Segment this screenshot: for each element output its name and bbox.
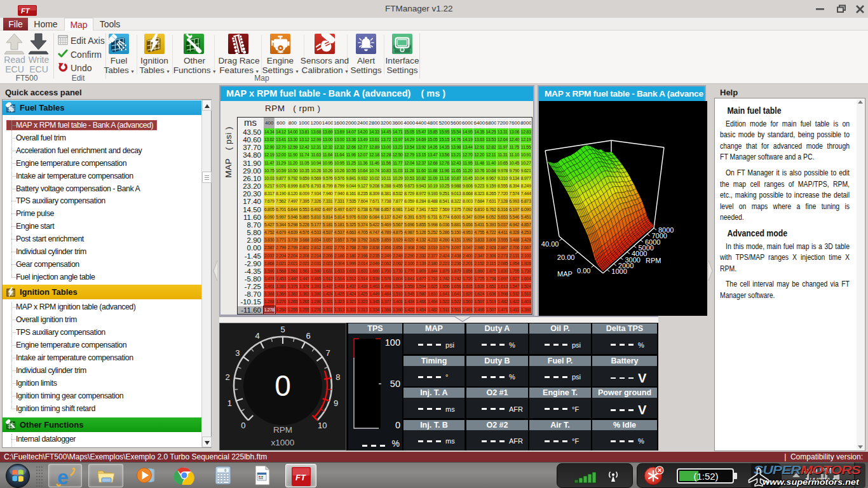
svg-text:7: 7 xyxy=(326,348,330,358)
svg-text:RPM: RPM xyxy=(273,425,292,435)
svg-text:40.00: 40.00 xyxy=(541,240,559,248)
svg-text:8: 8 xyxy=(336,372,340,382)
svg-text:2: 2 xyxy=(225,372,229,382)
svg-text:FT: FT xyxy=(21,7,31,15)
svg-text:x1000: x1000 xyxy=(271,438,295,447)
svg-text:0: 0 xyxy=(275,369,291,402)
svg-text:3: 3 xyxy=(235,348,240,358)
svg-text:8000: 8000 xyxy=(658,226,674,234)
svg-text:4: 4 xyxy=(255,331,259,341)
svg-text:20.00: 20.00 xyxy=(557,254,575,261)
svg-text:0: 0 xyxy=(224,468,226,472)
svg-text:6: 6 xyxy=(306,331,310,341)
svg-text:0.00: 0.00 xyxy=(577,267,590,274)
svg-text:e: e xyxy=(57,466,69,488)
svg-text:1: 1 xyxy=(227,398,232,408)
svg-text:(1:52): (1:52) xyxy=(693,471,718,482)
svg-text:MAP: MAP xyxy=(557,270,573,278)
svg-text:5: 5 xyxy=(280,325,285,334)
svg-text:9: 9 xyxy=(334,398,338,408)
svg-text:FT: FT xyxy=(295,473,306,482)
svg-text:10: 10 xyxy=(318,421,327,430)
svg-text:0: 0 xyxy=(241,421,245,430)
svg-text:RPM: RPM xyxy=(646,257,661,264)
